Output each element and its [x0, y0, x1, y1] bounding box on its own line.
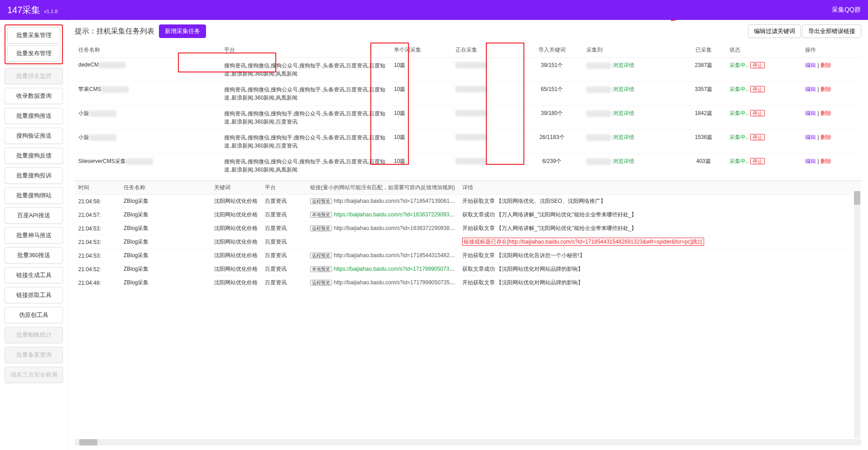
- log-cell-3: 百度资讯: [261, 276, 307, 290]
- task-single: 10篇: [390, 130, 452, 154]
- remote-preview-badge[interactable]: 远程预览: [310, 225, 332, 231]
- table-row: 苹果CMS搜狗资讯,搜狗微信,搜狗公众号,搜狗知乎,头条资讯,百度资讯,百度知道…: [75, 82, 861, 106]
- table-row: SiteserverCMS采集搜狗资讯,搜狗微信,搜狗公众号,搜狗知乎,头条资讯…: [75, 154, 861, 178]
- log-url[interactable]: https://baijiahao.baidu.com/s?id=1636372…: [334, 211, 459, 218]
- delete-link[interactable]: 删除: [820, 110, 831, 116]
- task-target: 浏览详情: [583, 106, 681, 130]
- remote-preview-badge[interactable]: 远程预览: [310, 280, 332, 286]
- task-target: 浏览详情: [583, 58, 681, 82]
- task-keywords: 6/239个: [521, 154, 583, 178]
- sidebar-item-5[interactable]: 批量搜狗投诉: [5, 168, 63, 184]
- log-url[interactable]: http://baijiahao.baidu.com/s?id=17185471…: [334, 198, 459, 204]
- local-preview-badge[interactable]: 本地预览: [310, 212, 332, 218]
- task-name: 苹果CMS: [75, 82, 221, 106]
- export-errors-button[interactable]: 导出全部错误链接: [802, 24, 861, 38]
- delete-link[interactable]: 删除: [820, 158, 831, 164]
- log-detail: 开始获取文章 【万人网络讲解_"沈阳网站优化"能给企业带来哪些好处_】: [459, 222, 861, 235]
- task-single: 10篇: [390, 58, 452, 82]
- task-platform: 搜狗资讯,搜狗微信,搜狗公众号,搜狗知乎,头条资讯,百度资讯,百度知道,新浪新闻…: [221, 154, 390, 178]
- task-ops: 编辑 | 删除: [801, 106, 861, 130]
- pause-button[interactable]: 停止: [750, 62, 765, 68]
- tasks-header-8: 操作: [801, 43, 861, 58]
- sidebar-item-10[interactable]: 链接生成工具: [5, 267, 63, 283]
- detail-link[interactable]: 浏览详情: [613, 110, 634, 116]
- log-cell-3: 百度资讯: [261, 263, 307, 276]
- task-platform: 搜狗资讯,搜狗微信,搜狗公众号,搜狗知乎,头条资讯,百度资讯,百度知道,新浪新闻…: [221, 82, 390, 106]
- log-link: 远程预览http://baijiahao.baidu.com/s?id=1717…: [307, 276, 459, 290]
- delete-link[interactable]: 删除: [820, 86, 831, 92]
- log-row: 21:04:53:ZBlog采集沈阳网站优化价格百度资讯链接或标题已存在[htt…: [75, 235, 861, 249]
- log-header-3: 平台: [261, 181, 307, 195]
- sidebar-item-publish-manage[interactable]: 批量发布管理: [7, 45, 60, 62]
- log-url[interactable]: http://baijiahao.baidu.com/s?id=16363722…: [334, 225, 459, 231]
- remote-preview-badge[interactable]: 远程预览: [310, 253, 332, 259]
- edit-link[interactable]: 编辑: [805, 110, 816, 116]
- sidebar-item-1[interactable]: 收录数据查询: [5, 88, 63, 104]
- pause-button[interactable]: 停止: [750, 110, 765, 116]
- vertical-scrollbar[interactable]: [854, 191, 860, 438]
- delete-link[interactable]: 删除: [820, 62, 831, 68]
- tasks-table: 任务名称平台单个词采集正在采集导入关键词采集到已采集状态操作 dedeCM搜狗资…: [75, 43, 861, 178]
- detail-link[interactable]: 浏览详情: [613, 86, 634, 92]
- log-detail: 开始获取文章 【沈阳网络优化、沈阳SEO、沈阳网络推广】: [459, 195, 861, 208]
- vertical-scroll-thumb[interactable]: [854, 191, 860, 205]
- edit-link[interactable]: 编辑: [805, 158, 816, 164]
- tasks-header-2: 单个词采集: [390, 43, 452, 58]
- pause-button[interactable]: 停止: [750, 158, 765, 164]
- remote-preview-badge[interactable]: 远程预览: [310, 198, 332, 204]
- horizontal-scroll-thumb[interactable]: [79, 439, 97, 445]
- log-url[interactable]: http://baijiahao.baidu.com/s?id=17185443…: [334, 252, 459, 259]
- sidebar-item-7[interactable]: 百度API推送: [5, 207, 63, 224]
- qq-group-link[interactable]: 采集QQ群: [832, 6, 861, 14]
- edit-link[interactable]: 编辑: [805, 86, 816, 92]
- detail-link[interactable]: 浏览详情: [613, 62, 634, 68]
- log-row: 21:04:57:ZBlog采集沈阳网站优化价格百度资讯本地预览https://…: [75, 208, 861, 222]
- local-preview-badge[interactable]: 本地预览: [310, 266, 332, 272]
- app-header: 147采集 v1.1.8 采集QQ群: [0, 0, 868, 20]
- detail-link[interactable]: 浏览详情: [613, 134, 634, 140]
- sidebar-item-11[interactable]: 链接抓取工具: [5, 287, 63, 303]
- sidebar-item-8[interactable]: 批量神马推送: [5, 227, 63, 244]
- log-cell-2: 沈阳网站优化价格: [211, 208, 261, 222]
- sidebar-item-12[interactable]: 伪原创工具: [5, 307, 63, 323]
- log-cell-0: 21:04:53:: [75, 249, 120, 263]
- task-ops: 编辑 | 删除: [801, 82, 861, 106]
- task-name: 小旋: [75, 106, 221, 130]
- log-row: 21:04:53:ZBlog采集沈阳网站优化价格百度资讯远程预览http://b…: [75, 222, 861, 235]
- log-detail: 获取文章成功 【沈阳网站优化对网站品牌的影响】: [459, 263, 861, 276]
- pause-button[interactable]: 停止: [750, 134, 765, 140]
- edit-filter-button[interactable]: 编辑过滤关键词: [748, 24, 801, 38]
- sidebar-item-13: 批量蜘蛛统计: [5, 327, 63, 343]
- sidebar-item-9[interactable]: 批量360推送: [5, 247, 63, 263]
- log-header-4: 链接(量小的网站可能没有匹配，如需要可群内反馈增加规则): [307, 181, 459, 195]
- horizontal-scrollbar[interactable]: [75, 439, 861, 445]
- task-platform: 搜狗资讯,搜狗微信,搜狗公众号,搜狗知乎,头条资讯,百度资讯,百度知道,新浪新闻…: [221, 58, 390, 82]
- log-cell-2: 沈阳网站优化价格: [211, 276, 261, 290]
- log-detail-text: 链接或标题已存在[http://baijiahao.baidu.com/s?id…: [462, 238, 704, 246]
- edit-link[interactable]: 编辑: [805, 62, 816, 68]
- pause-button[interactable]: 停止: [750, 86, 765, 92]
- detail-link[interactable]: 浏览详情: [613, 158, 634, 164]
- log-url[interactable]: http://baijiahao.baidu.com/s?id=17179990…: [334, 279, 459, 286]
- sidebar-item-6[interactable]: 批量搜狗绑站: [5, 187, 63, 204]
- sidebar-item-4[interactable]: 批量搜狗反馈: [5, 148, 63, 164]
- table-row: 小旋搜狗资讯,搜狗微信,搜狗知乎,搜狗公众号,头条资讯,百度资讯,百度知道,新浪…: [75, 106, 861, 130]
- log-url[interactable]: https://baijiahao.baidu.com/s?id=1717999…: [334, 266, 459, 272]
- log-row: 21:04:53:ZBlog采集沈阳网站优化价格百度资讯远程预览http://b…: [75, 249, 861, 263]
- add-task-button[interactable]: 新增采集任务: [159, 24, 206, 38]
- table-row: 小旋搜狗资讯,搜狗微信,搜狗知乎,搜狗公众号,头条资讯,百度资讯,百度知道,新浪…: [75, 130, 861, 154]
- edit-link[interactable]: 编辑: [805, 134, 816, 140]
- log-cell-0: 21:04:58:: [75, 195, 120, 208]
- app-title: 147采集: [7, 4, 40, 16]
- delete-link[interactable]: 删除: [820, 134, 831, 140]
- sidebar-item-3[interactable]: 搜狗验证推送: [5, 128, 63, 144]
- log-detail: 链接或标题已存在[http://baijiahao.baidu.com/s?id…: [459, 235, 861, 249]
- sidebar-item-collect-manage[interactable]: 批量采集管理: [7, 27, 60, 43]
- tasks-header-4: 导入关键词: [521, 43, 583, 58]
- sidebar-item-15: 域名三方安全检测: [5, 367, 63, 383]
- log-detail: 获取文章成功 【万人网络讲解_"沈阳网站优化"能给企业带来哪些好处_】: [459, 208, 861, 222]
- sidebar-item-2[interactable]: 批量搜狗推送: [5, 108, 63, 124]
- log-link: [307, 235, 459, 249]
- task-status: 采集中.. 停止: [726, 130, 802, 154]
- log-link: 本地预览https://baijiahao.baidu.com/s?id=171…: [307, 263, 459, 276]
